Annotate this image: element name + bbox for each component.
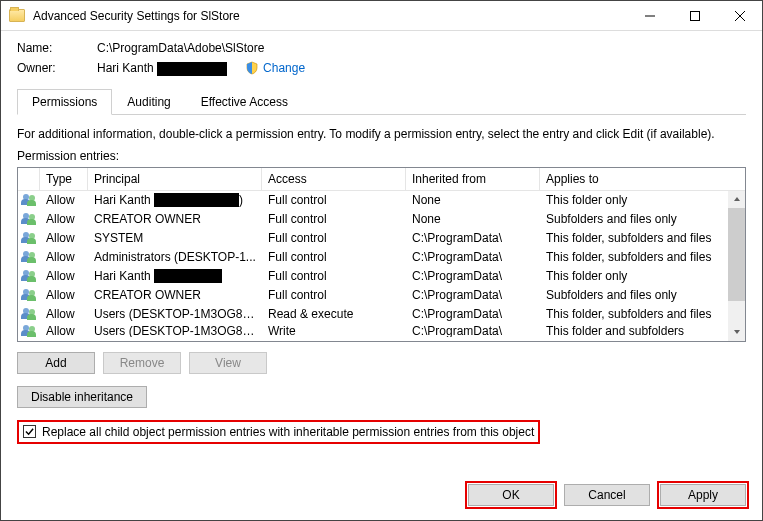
cell-access: Full control xyxy=(262,231,406,245)
cell-inherited: C:\ProgramData\ xyxy=(406,250,540,264)
cell-principal: Administrators (DESKTOP-1... xyxy=(88,250,262,264)
name-label: Name: xyxy=(17,41,97,55)
cell-inherited: None xyxy=(406,193,540,207)
checkmark-icon xyxy=(25,427,34,436)
entries-label: Permission entries: xyxy=(17,149,746,163)
disable-inheritance-button[interactable]: Disable inheritance xyxy=(17,386,147,408)
maximize-button[interactable] xyxy=(672,1,717,30)
owner-row: Owner: Hari Kanth Change xyxy=(17,61,746,76)
cell-principal: SYSTEM xyxy=(88,231,262,245)
scroll-up-button[interactable] xyxy=(728,191,745,208)
grid-body: AllowHari Kanth ██████████)Full controlN… xyxy=(18,191,745,341)
cell-principal: CREATOR OWNER xyxy=(88,212,262,226)
cell-applies: This folder and subfolders xyxy=(540,324,745,337)
cell-access: Write xyxy=(262,324,406,337)
remove-button: Remove xyxy=(103,352,181,374)
table-row[interactable]: AllowHari Kanth ██████████)Full controlN… xyxy=(18,191,745,210)
grid-scrollbar[interactable] xyxy=(728,191,745,341)
cell-type: Allow xyxy=(40,212,88,226)
cell-access: Full control xyxy=(262,288,406,302)
principal-icon xyxy=(18,232,40,244)
cell-inherited: C:\ProgramData\ xyxy=(406,231,540,245)
cell-access: Full control xyxy=(262,250,406,264)
replace-child-checkbox-row: Replace all child object permission entr… xyxy=(17,420,540,444)
titlebar: Advanced Security Settings for SlStore xyxy=(1,1,762,31)
cell-type: Allow xyxy=(40,269,88,283)
entry-buttons-row: Add Remove View xyxy=(17,352,746,374)
minimize-button[interactable] xyxy=(627,1,672,30)
owner-redacted xyxy=(157,62,227,76)
cell-applies: Subfolders and files only xyxy=(540,288,745,302)
add-button[interactable]: Add xyxy=(17,352,95,374)
col-applies-header[interactable]: Applies to xyxy=(540,168,745,190)
cell-access: Full control xyxy=(262,269,406,283)
name-row: Name: C:\ProgramData\Adobe\SlStore xyxy=(17,41,746,55)
cell-inherited: C:\ProgramData\ xyxy=(406,269,540,283)
scroll-track[interactable] xyxy=(728,208,745,324)
cell-principal: Users (DESKTOP-1M3OG80\U... xyxy=(88,324,262,337)
cell-applies: This folder only xyxy=(540,193,745,207)
col-access-header[interactable]: Access xyxy=(262,168,406,190)
table-row[interactable]: AllowUsers (DESKTOP-1M3OG80\U...Read & e… xyxy=(18,305,745,324)
dialog-body: Name: C:\ProgramData\Adobe\SlStore Owner… xyxy=(1,31,762,472)
cell-type: Allow xyxy=(40,231,88,245)
col-type-header[interactable]: Type xyxy=(40,168,88,190)
cell-inherited: C:\ProgramData\ xyxy=(406,307,540,321)
owner-label: Owner: xyxy=(17,61,97,75)
principal-icon xyxy=(18,308,40,320)
cell-access: Full control xyxy=(262,193,406,207)
cancel-button[interactable]: Cancel xyxy=(564,484,650,506)
cell-applies: Subfolders and files only xyxy=(540,212,745,226)
permission-entries-grid: Type Principal Access Inherited from App… xyxy=(17,167,746,342)
table-row[interactable]: AllowUsers (DESKTOP-1M3OG80\U...WriteC:\… xyxy=(18,324,745,337)
cell-applies: This folder only xyxy=(540,269,745,283)
info-text: For additional information, double-click… xyxy=(17,127,746,141)
cell-principal: Hari Kanth ████████ xyxy=(88,269,262,283)
cell-applies: This folder, subfolders and files xyxy=(540,250,745,264)
cell-type: Allow xyxy=(40,324,88,337)
inheritance-row: Disable inheritance xyxy=(17,386,746,408)
advanced-security-window: Advanced Security Settings for SlStore N… xyxy=(0,0,763,521)
tab-effective-access[interactable]: Effective Access xyxy=(186,89,303,115)
cell-access: Full control xyxy=(262,212,406,226)
name-value: C:\ProgramData\Adobe\SlStore xyxy=(97,41,264,55)
principal-icon xyxy=(18,213,40,225)
principal-icon xyxy=(18,270,40,282)
apply-button[interactable]: Apply xyxy=(660,484,746,506)
cell-applies: This folder, subfolders and files xyxy=(540,231,745,245)
principal-icon xyxy=(18,289,40,301)
scroll-thumb[interactable] xyxy=(728,208,745,301)
replace-child-checkbox[interactable] xyxy=(23,425,36,438)
col-principal-header[interactable]: Principal xyxy=(88,168,262,190)
cell-principal: CREATOR OWNER xyxy=(88,288,262,302)
cell-applies: This folder, subfolders and files xyxy=(540,307,745,321)
svg-rect-1 xyxy=(690,11,699,20)
dialog-footer: OK Cancel Apply xyxy=(1,472,762,520)
tab-auditing[interactable]: Auditing xyxy=(112,89,185,115)
table-row[interactable]: AllowCREATOR OWNERFull controlC:\Program… xyxy=(18,286,745,305)
cell-type: Allow xyxy=(40,193,88,207)
principal-icon xyxy=(18,324,40,337)
cell-inherited: C:\ProgramData\ xyxy=(406,288,540,302)
table-row[interactable]: AllowAdministrators (DESKTOP-1...Full co… xyxy=(18,248,745,267)
window-title: Advanced Security Settings for SlStore xyxy=(33,9,627,23)
col-icon-header[interactable] xyxy=(18,168,40,190)
change-owner-link[interactable]: Change xyxy=(263,61,305,75)
cell-access: Read & execute xyxy=(262,307,406,321)
cell-type: Allow xyxy=(40,288,88,302)
close-button[interactable] xyxy=(717,1,762,30)
table-row[interactable]: AllowCREATOR OWNERFull controlNoneSubfol… xyxy=(18,210,745,229)
scroll-down-button[interactable] xyxy=(728,324,745,341)
ok-button[interactable]: OK xyxy=(468,484,554,506)
table-row[interactable]: AllowSYSTEMFull controlC:\ProgramData\Th… xyxy=(18,229,745,248)
view-button: View xyxy=(189,352,267,374)
table-row[interactable]: AllowHari Kanth ████████Full controlC:\P… xyxy=(18,267,745,286)
cell-principal: Hari Kanth ██████████) xyxy=(88,193,262,207)
folder-icon xyxy=(9,9,25,22)
cell-principal: Users (DESKTOP-1M3OG80\U... xyxy=(88,307,262,321)
col-inherited-header[interactable]: Inherited from xyxy=(406,168,540,190)
tab-permissions[interactable]: Permissions xyxy=(17,89,112,115)
window-controls xyxy=(627,1,762,30)
cell-type: Allow xyxy=(40,250,88,264)
replace-child-label: Replace all child object permission entr… xyxy=(42,425,534,439)
